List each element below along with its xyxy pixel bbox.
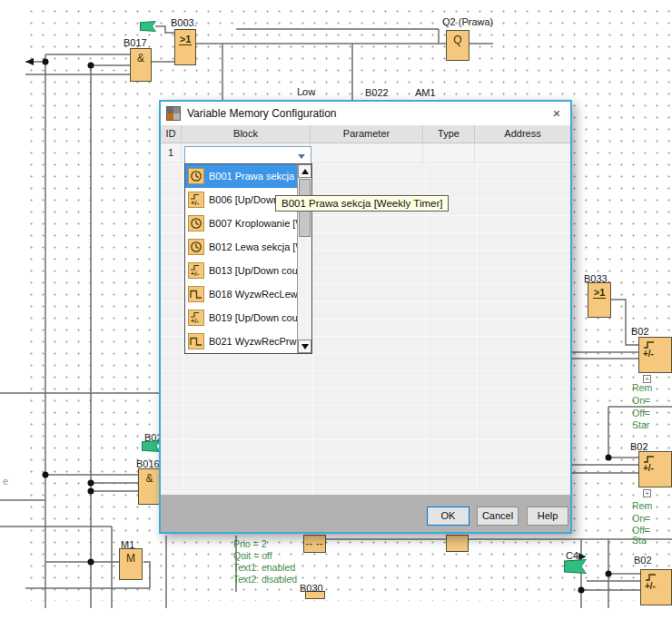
dropdown-item[interactable]: +/- B019 [Up/Down count	[185, 306, 311, 330]
or-symbol: >1	[593, 287, 607, 299]
dropdown-item[interactable]: B021 WyzwRecPrwa [	[185, 330, 311, 353]
ok-button[interactable]: OK	[427, 507, 469, 526]
partial-block[interactable]	[446, 535, 469, 552]
output-q2[interactable]: Q	[446, 30, 469, 61]
svg-text:+/-: +/-	[191, 270, 199, 278]
column-header-id: ID	[161, 125, 182, 143]
block-label-cnt3: B02	[634, 555, 652, 566]
step-edge-icon	[643, 455, 656, 463]
scroll-down-icon[interactable]	[298, 340, 311, 353]
pulse-relay-icon	[188, 286, 204, 302]
or-gate-b033[interactable]: >1	[588, 282, 611, 318]
row-parameter-cell[interactable]	[311, 143, 423, 162]
updown-counter-block[interactable]: +/-	[638, 451, 672, 487]
row-id-cell: 1	[161, 143, 182, 162]
dropdown-item-label: B013 [Up/Down count	[209, 265, 306, 276]
block-combo-box[interactable]	[184, 146, 311, 165]
svg-text:+/-: +/-	[191, 317, 199, 325]
tooltip: B001 Prawa sekcja [Weekly Timer]	[275, 195, 449, 212]
row-type-cell[interactable]	[423, 143, 475, 162]
open-connector-flag-icon[interactable]	[564, 559, 587, 574]
m-symbol: M	[120, 552, 142, 565]
dropdown-item[interactable]: B001 Prawa sekcja [W	[185, 164, 311, 188]
dropdown-item[interactable]: B007 Kroplowanie [W	[185, 212, 311, 235]
help-button[interactable]: Help	[527, 507, 568, 526]
q-symbol: Q	[447, 34, 469, 46]
block-label-m1: M1	[121, 539, 134, 550]
updown-counter-block[interactable]: +/-	[640, 569, 672, 605]
up-down-counter-icon: +/-	[188, 310, 204, 326]
and-gate-b017[interactable]: &	[130, 48, 152, 82]
block-label-q2: Q2 (Prawa)	[442, 16, 493, 27]
param-text: On=	[632, 513, 650, 524]
or-gate-b003[interactable]: >1	[174, 29, 196, 65]
fbd-editor-canvas: B017 B003. Q2 (Prawa) Low B022 AM1 B033.…	[0, 0, 672, 620]
row-address-cell[interactable]	[475, 143, 570, 162]
block-dropdown-list: B001 Prawa sekcja [W +/- B006 [Up/Down B…	[184, 163, 312, 354]
column-separator	[312, 163, 313, 495]
column-header-address: Address	[475, 125, 570, 143]
param-text: Text1: enabled	[233, 562, 295, 573]
and-symbol: &	[139, 472, 160, 485]
or-symbol: >1	[179, 34, 193, 45]
and-gate-b016[interactable]: &	[138, 468, 161, 505]
up-down-counter-icon: +/-	[188, 262, 204, 279]
weekly-timer-icon	[188, 168, 204, 184]
block-label-b030: B030.	[300, 583, 326, 594]
block-label-b003: B003.	[171, 17, 197, 28]
expand-icon[interactable]: +	[643, 489, 651, 497]
open-connector-flag-icon[interactable]	[142, 440, 161, 452]
updown-counter-block[interactable]: +/-	[638, 337, 672, 373]
clipped-edge-text: e	[3, 476, 8, 487]
open-connector-flag-icon[interactable]	[140, 21, 156, 32]
expand-icon[interactable]: +	[643, 375, 651, 383]
dropdown-item[interactable]: B018 WyzwRecLewa	[185, 282, 311, 306]
dropdown-item[interactable]: B012 Lewa sekcja [W	[185, 235, 311, 259]
dialog-titlebar[interactable]: Variable Memory Configuration ×	[161, 102, 570, 125]
counter-symbol: +/-	[643, 463, 654, 473]
param-text: Rem	[632, 500, 652, 511]
step-edge-icon	[643, 340, 656, 349]
param-text: Off=	[632, 408, 650, 418]
block-label-b033: B033.	[584, 273, 610, 284]
variable-memory-configuration-dialog: Variable Memory Configuration × ID Block…	[159, 100, 572, 534]
param-text: Text2: disabled	[233, 574, 297, 585]
block-label-cnt2: B02	[630, 441, 648, 452]
column-header-block: Block	[182, 125, 311, 143]
block-label-am1: AM1	[415, 87, 436, 98]
dropdown-item[interactable]: +/- B013 [Up/Down count	[185, 259, 311, 282]
dropdown-item-label: B007 Kroplowanie [W	[209, 218, 305, 229]
cancel-button[interactable]: Cancel	[477, 507, 519, 526]
scroll-up-icon[interactable]	[298, 164, 311, 178]
param-text: On=	[632, 395, 650, 406]
dropdown-item-label: B018 WyzwRecLewa	[209, 289, 303, 300]
param-text: Rem	[632, 382, 652, 393]
dropdown-item-label: B021 WyzwRecPrwa [	[209, 336, 308, 347]
dropdown-scrollbar[interactable]	[297, 164, 311, 353]
weekly-timer-icon	[188, 239, 204, 255]
block-label-b017: B017	[124, 37, 147, 48]
chevron-down-icon	[298, 154, 305, 159]
message-text-block[interactable]: -- --	[303, 535, 326, 553]
svg-text:+/-: +/-	[191, 199, 199, 207]
counter-symbol: +/-	[645, 581, 656, 591]
column-header-type: Type	[423, 125, 475, 143]
param-text: Sta	[632, 535, 647, 546]
block-label-cnt1: B02	[631, 326, 649, 337]
dialog-title: Variable Memory Configuration	[187, 107, 337, 120]
dropdown-item-label: B012 Lewa sekcja [W	[209, 241, 305, 252]
up-down-counter-icon: +/-	[188, 192, 204, 208]
dropdown-item-label: B019 [Up/Down count	[209, 312, 306, 323]
counter-symbol: +/-	[643, 349, 654, 359]
param-text: Prio = 2	[233, 538, 266, 549]
column-separator	[477, 163, 478, 495]
close-icon[interactable]: ×	[543, 102, 570, 125]
step-edge-icon	[645, 573, 657, 581]
param-text: Star	[632, 419, 649, 430]
flag-block-m1[interactable]: M	[119, 548, 143, 580]
column-header-parameter: Parameter	[311, 125, 423, 143]
and-symbol: &	[131, 52, 151, 64]
column-separator	[425, 163, 426, 495]
block-label-low: Low	[297, 86, 315, 97]
dropdown-item-label: B001 Prawa sekcja [W	[209, 171, 310, 182]
